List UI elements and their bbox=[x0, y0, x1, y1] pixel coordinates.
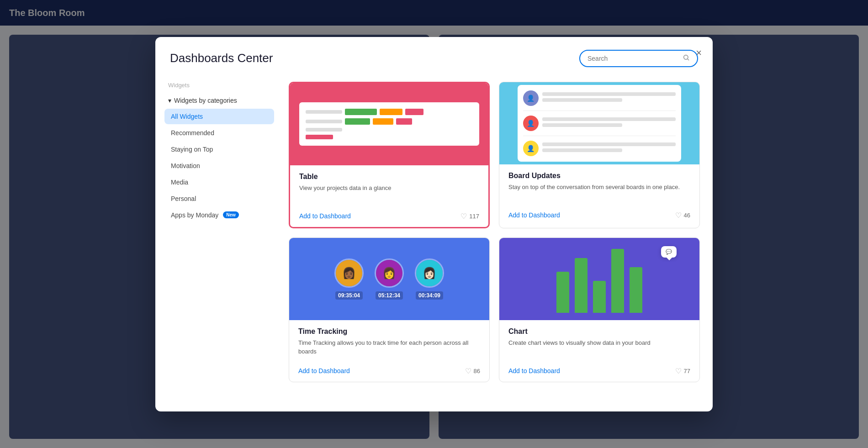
modal-overlay: Dashboards Center × Widgets ▾ Widget bbox=[0, 0, 868, 448]
widget-desc: Time Tracking allows you to track time f… bbox=[298, 338, 480, 357]
add-to-dashboard-button[interactable]: Add to Dashboard bbox=[299, 212, 351, 220]
search-input[interactable] bbox=[587, 55, 679, 62]
preview-label bbox=[306, 120, 342, 123]
widget-desc: View your projects data in a glance bbox=[299, 184, 479, 202]
modal-title: Dashboards Center bbox=[170, 51, 273, 65]
modal-body: Widgets ▾ Widgets by categories All Widg… bbox=[155, 74, 713, 411]
sidebar-item-personal[interactable]: Personal bbox=[164, 191, 274, 206]
chevron-down-icon: ▾ bbox=[168, 97, 171, 104]
tt-time-1: 09:35:04 bbox=[335, 291, 363, 300]
sidebar-item-label: Apps by Monday bbox=[171, 211, 218, 219]
bu-line-short bbox=[542, 148, 622, 152]
preview-row-1 bbox=[306, 109, 473, 115]
like-count: 117 bbox=[469, 213, 479, 220]
chart-bubble: 💬 bbox=[661, 246, 677, 258]
widget-desc: Stay on top of the conversation from sev… bbox=[508, 183, 690, 201]
tt-avatar-2: 👩 bbox=[375, 258, 404, 288]
heart-icon: ♡ bbox=[675, 367, 682, 375]
tt-avatar-inner-1: 👩🏾 bbox=[336, 260, 362, 286]
bu-line-long bbox=[542, 92, 676, 96]
widget-footer-time-tracking: Add to Dashboard ♡ 86 bbox=[289, 362, 489, 382]
bar-bottom bbox=[306, 135, 333, 139]
tt-person-3: 👩🏻 00:34:09 bbox=[415, 258, 444, 300]
sidebar-item-label: Media bbox=[171, 179, 188, 186]
tt-person-1: 👩🏾 09:35:04 bbox=[334, 258, 364, 300]
add-to-dashboard-button[interactable]: Add to Dashboard bbox=[508, 211, 560, 219]
chart-bar-3 bbox=[593, 281, 606, 313]
widget-footer-board-updates: Add to Dashboard ♡ 46 bbox=[499, 206, 699, 226]
bu-line-long bbox=[542, 117, 676, 121]
sidebar-item-apps-by-monday[interactable]: Apps by Monday New bbox=[164, 207, 274, 223]
board-updates-preview-bg: 👤 👤 bbox=[499, 82, 699, 164]
preview-label bbox=[306, 128, 342, 132]
sidebar-item-label: Motivation bbox=[171, 162, 200, 169]
tt-avatar-inner-2: 👩 bbox=[376, 260, 402, 286]
sidebar: Widgets ▾ Widgets by categories All Widg… bbox=[155, 74, 283, 411]
widget-card-board-updates: 👤 👤 bbox=[499, 82, 700, 228]
widget-name: Board Updates bbox=[508, 172, 690, 180]
sidebar-item-all-widgets[interactable]: All Widgets bbox=[164, 109, 274, 124]
bu-row-2: 👤 bbox=[523, 116, 676, 136]
dashboards-center-modal: Dashboards Center × Widgets ▾ Widget bbox=[155, 37, 713, 411]
sidebar-item-staying-on-top[interactable]: Staying on Top bbox=[164, 142, 274, 157]
widgets-content: Table View your projects data in a glanc… bbox=[283, 74, 713, 411]
sidebar-item-motivation[interactable]: Motivation bbox=[164, 158, 274, 174]
bu-lines bbox=[542, 142, 676, 154]
bar-red2 bbox=[396, 118, 412, 125]
bar-red bbox=[405, 109, 423, 115]
sidebar-item-label: Recommended bbox=[171, 129, 214, 137]
preview-label bbox=[306, 110, 342, 114]
close-button[interactable]: × bbox=[694, 46, 704, 60]
heart-icon: ♡ bbox=[460, 212, 467, 221]
table-preview-bg bbox=[290, 83, 488, 165]
widget-desc: Create chart views to visually show data… bbox=[508, 338, 690, 357]
board-updates-inner: 👤 👤 bbox=[518, 85, 681, 162]
avatar-3: 👤 bbox=[523, 141, 539, 156]
svg-point-0 bbox=[684, 55, 688, 59]
widget-name: Table bbox=[299, 173, 479, 181]
widget-info-table: Table View your projects data in a glanc… bbox=[290, 165, 488, 207]
sidebar-item-recommended[interactable]: Recommended bbox=[164, 125, 274, 141]
svg-line-1 bbox=[688, 59, 689, 60]
tt-person-2: 👩 05:12:34 bbox=[375, 258, 404, 300]
widget-card-chart: 💬 Chart Create chart views to visually s… bbox=[499, 237, 700, 382]
bu-lines bbox=[542, 92, 676, 104]
sidebar-section-label: Widgets bbox=[164, 82, 274, 89]
bar-green2 bbox=[345, 118, 370, 125]
widget-footer-chart: Add to Dashboard ♡ 77 bbox=[499, 362, 699, 382]
widget-name: Time Tracking bbox=[298, 327, 480, 336]
add-to-dashboard-button[interactable]: Add to Dashboard bbox=[298, 367, 350, 374]
sidebar-item-media[interactable]: Media bbox=[164, 174, 274, 190]
widget-info-board-updates: Board Updates Stay on top of the convers… bbox=[499, 164, 699, 206]
chart-preview-bg: 💬 bbox=[499, 238, 699, 320]
bar-orange bbox=[380, 109, 402, 115]
time-tracking-preview-bg: 👩🏾 09:35:04 👩 05:12:34 bbox=[289, 238, 489, 320]
sidebar-item-label: Staying on Top bbox=[171, 146, 213, 153]
bar-orange2 bbox=[373, 118, 393, 125]
like-section: ♡ 77 bbox=[675, 367, 690, 375]
like-section: ♡ 46 bbox=[675, 211, 690, 220]
widget-footer-table: Add to Dashboard ♡ 117 bbox=[290, 207, 488, 227]
like-count: 86 bbox=[474, 368, 480, 374]
bu-line-long bbox=[542, 142, 676, 146]
avatar-1: 👤 bbox=[523, 90, 539, 106]
search-container bbox=[579, 50, 698, 67]
widget-card-time-tracking: 👩🏾 09:35:04 👩 05:12:34 bbox=[289, 237, 490, 382]
widget-preview-chart: 💬 bbox=[499, 238, 699, 320]
modal-header: Dashboards Center × bbox=[155, 37, 713, 74]
chart-bar-1 bbox=[556, 272, 569, 313]
sidebar-category-label: Widgets by categories bbox=[174, 97, 237, 104]
bu-row-1: 👤 bbox=[523, 90, 676, 111]
tt-time-2: 05:12:34 bbox=[376, 291, 403, 300]
sidebar-item-label: All Widgets bbox=[171, 113, 203, 120]
like-section: ♡ 117 bbox=[460, 212, 479, 221]
widget-preview-board-updates: 👤 👤 bbox=[499, 82, 699, 164]
new-badge: New bbox=[223, 211, 239, 218]
widgets-grid: Table View your projects data in a glanc… bbox=[289, 82, 700, 382]
chart-bar-4 bbox=[611, 249, 624, 313]
heart-icon: ♡ bbox=[465, 367, 471, 375]
like-count: 77 bbox=[684, 368, 690, 374]
bar-green bbox=[345, 109, 377, 115]
sidebar-category-header[interactable]: ▾ Widgets by categories bbox=[164, 94, 274, 107]
add-to-dashboard-button[interactable]: Add to Dashboard bbox=[508, 367, 560, 374]
